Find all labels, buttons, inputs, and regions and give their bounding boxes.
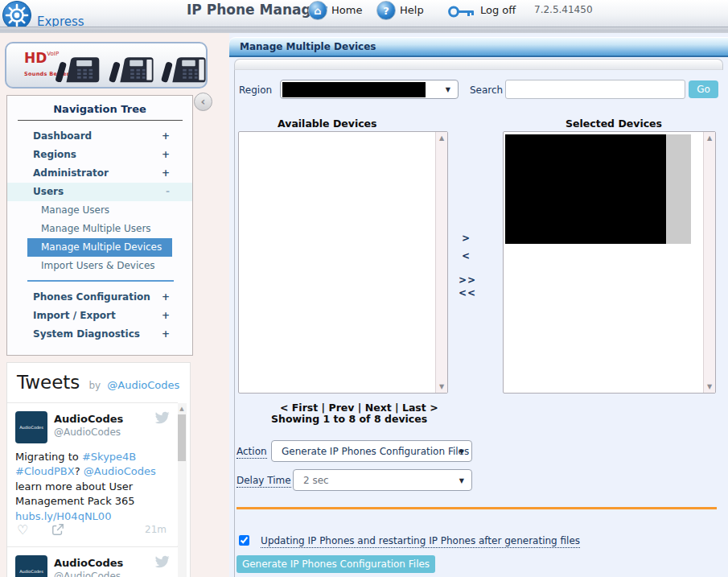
move-selected-left-button[interactable]: < — [462, 250, 471, 262]
navigation-tree-panel: Navigation Tree Dashboard + Regions + Ad… — [6, 95, 193, 356]
scroll-down-icon[interactable]: ▼ — [704, 383, 715, 390]
expand-plus-icon[interactable]: + — [162, 164, 170, 183]
available-devices-title: Available Devices — [278, 117, 377, 130]
delay-time-select[interactable]: 2 sec ▼ — [293, 469, 472, 491]
sidebar-item-regions[interactable]: Regions + — [7, 146, 192, 164]
audiocodes-avatar[interactable]: AudioCodes — [15, 555, 47, 577]
sidebar-item-manage-multiple-devices[interactable]: Manage Multiple Devices — [27, 238, 172, 257]
sidebar-item-import-export[interactable]: Import / Export + — [7, 307, 192, 325]
mention-link[interactable]: @AudioCodes — [84, 465, 156, 477]
avatar-logo-text: AudioCodes — [19, 425, 43, 430]
sidebar-item-import-users-devices[interactable]: Import Users & Devices — [7, 257, 192, 275]
region-select[interactable]: ▼ — [280, 80, 459, 99]
region-label: Region — [239, 84, 272, 96]
audiocodes-avatar[interactable]: AudioCodes — [15, 411, 47, 443]
sidebar-item-users[interactable]: Users - — [7, 183, 192, 201]
sidebar-item-label: Administrator — [33, 167, 109, 179]
avatar-logo-text: AudioCodes — [19, 569, 43, 574]
expand-plus-icon[interactable]: + — [162, 127, 170, 146]
help-icon[interactable]: ? — [376, 1, 396, 20]
search-label: Search — [470, 84, 503, 96]
available-devices-list[interactable]: ▲ ▼ — [238, 131, 448, 394]
like-icon[interactable]: ♡ — [17, 522, 28, 538]
expand-plus-icon[interactable]: + — [162, 325, 170, 344]
home-link[interactable]: Home — [331, 4, 362, 16]
tweet-author-name[interactable]: AudioCodes — [54, 413, 123, 425]
redacted-region-value — [282, 82, 426, 97]
phone-image-3 — [159, 50, 209, 85]
help-link[interactable]: Help — [400, 4, 424, 16]
main-content-area: Manage Multiple Devices Region ▼ Search … — [229, 33, 728, 577]
pagination-links[interactable]: < First | Prev | Next | Last > — [280, 402, 438, 414]
phone-image-1 — [55, 50, 101, 85]
share-icon[interactable] — [51, 523, 64, 536]
sidebar-item-system-diagnostics[interactable]: System Diagnostics + — [7, 325, 192, 344]
orange-divider — [236, 507, 717, 509]
move-selected-right-button[interactable]: > — [462, 233, 471, 244]
sidebar-item-label: Users — [33, 186, 64, 197]
delay-time-selected-value: 2 sec — [303, 475, 329, 486]
tweet-item-1: AudioCodes AudioCodes @AudioCodes Migrat… — [7, 402, 178, 546]
ip-phone-manager-app: Express IP Phone Manager ⌂ Home ? Help L… — [0, 0, 728, 577]
go-button[interactable]: Go — [689, 80, 718, 98]
sidebar-item-administrator[interactable]: Administrator + — [7, 164, 192, 183]
panel-titlebar: Manage Multiple Devices — [229, 37, 728, 57]
chevron-down-icon: ▼ — [459, 447, 464, 455]
tweet-text: learn more about User Management Pack 36… — [15, 480, 135, 507]
sidebar-item-label: Import Users & Devices — [41, 260, 155, 271]
tweets-scrollbar[interactable]: ▲ — [177, 403, 187, 577]
tweet-author-handle[interactable]: @AudioCodes — [54, 571, 121, 577]
tweet-author-name[interactable]: AudioCodes — [54, 557, 123, 569]
scroll-up-icon[interactable]: ▲ — [704, 134, 715, 142]
tweet-item-2: AudioCodes AudioCodes @AudioCodes — [7, 546, 178, 577]
tweet-author-handle[interactable]: @AudioCodes — [54, 427, 121, 438]
phone-image-2 — [107, 50, 157, 85]
selected-devices-title: Selected Devices — [566, 117, 662, 130]
tweets-scrollbar-thumb[interactable] — [178, 414, 186, 461]
app-title: IP Phone Manager — [187, 2, 327, 18]
tweet-footer: ♡ 21m — [15, 522, 170, 538]
hd-logo-text: HD — [24, 50, 47, 66]
sidebar-item-manage-users[interactable]: Manage Users — [7, 201, 192, 220]
tweets-account-link[interactable]: @AudioCodes — [107, 379, 179, 391]
move-all-left-button[interactable]: << — [459, 287, 476, 299]
key-icon[interactable] — [448, 6, 477, 18]
home-icon[interactable]: ⌂ — [308, 1, 327, 20]
sidebar-item-phones-configuration[interactable]: Phones Configuration + — [7, 288, 192, 307]
hashtag-link[interactable]: #Skype4B — [82, 451, 136, 463]
logoff-link[interactable]: Log off — [480, 4, 516, 16]
version-label: 7.2.5.41450 — [534, 4, 593, 15]
sidebar-item-label: Manage Multiple Users — [41, 223, 151, 234]
sidebar-item-manage-multiple-users[interactable]: Manage Multiple Users — [7, 220, 192, 238]
sidebar-item-dashboard[interactable]: Dashboard + — [7, 127, 192, 146]
collapse-minus-icon[interactable]: - — [166, 183, 170, 201]
tweet-text: Migrating to — [15, 451, 82, 463]
search-input[interactable] — [505, 80, 685, 99]
expand-plus-icon[interactable]: + — [162, 288, 170, 307]
scroll-up-icon[interactable]: ▲ — [177, 406, 187, 412]
navigation-tree-title: Navigation Tree — [7, 96, 192, 115]
tweet-text: ? — [75, 465, 84, 477]
sidebar-item-label: Regions — [33, 149, 76, 160]
url-link[interactable]: hubs.ly/H04qNL00 — [15, 510, 111, 522]
top-header: Express IP Phone Manager ⌂ Home ? Help L… — [0, 0, 728, 27]
available-list-scrollbar[interactable]: ▲ ▼ — [435, 132, 447, 393]
expand-plus-icon[interactable]: + — [162, 146, 170, 164]
scroll-down-icon[interactable]: ▼ — [436, 383, 447, 390]
selected-list-scrollbar[interactable]: ▲ ▼ — [703, 132, 715, 393]
left-column: HDVoIP Sounds Better — [0, 33, 229, 577]
update-phones-checkbox-label[interactable]: Updating IP Phones and restarting IP Pho… — [261, 535, 580, 548]
action-select[interactable]: Generate IP Phones Configuration Files ▼ — [271, 440, 472, 462]
move-all-right-button[interactable]: >> — [459, 274, 476, 286]
generate-config-files-button[interactable]: Generate IP Phones Configuration Files — [236, 555, 435, 573]
hashtag-link[interactable]: #CloudPBX — [15, 465, 75, 477]
sidebar-collapse-button[interactable]: ‹ — [194, 93, 212, 111]
tweets-panel: Tweets by @AudioCodes ▲ AudioCodes Audio… — [6, 362, 191, 577]
gear-icon — [3, 2, 31, 29]
update-phones-checkbox[interactable] — [239, 535, 249, 546]
selected-devices-list[interactable]: ▲ ▼ — [503, 131, 716, 394]
expand-plus-icon[interactable]: + — [162, 307, 170, 325]
scroll-up-icon[interactable]: ▲ — [436, 134, 447, 142]
chevron-down-icon: ▼ — [459, 476, 464, 484]
sidebar-item-label: Manage Users — [41, 204, 109, 216]
